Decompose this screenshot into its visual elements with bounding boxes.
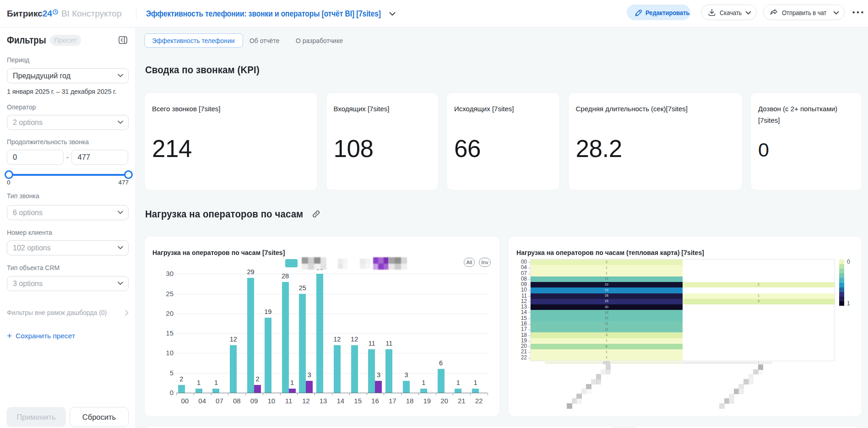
bar-series1 xyxy=(265,318,271,393)
y-axis-label: 20 xyxy=(148,309,174,317)
client-number-select[interactable]: 102 options xyxy=(7,240,129,255)
chevron-down-icon xyxy=(118,120,123,124)
censored-axis-label-mosaic xyxy=(567,403,572,409)
chevron-down-icon xyxy=(833,11,839,15)
heatmap-scale-step xyxy=(839,297,844,302)
duration-max-input[interactable]: 477 xyxy=(71,150,128,165)
bar-value-label: 3 xyxy=(377,371,380,379)
tab-about-developer[interactable]: О разработчике xyxy=(290,33,353,48)
kpi-card-value: 108 xyxy=(334,136,374,161)
edit-button[interactable]: Редактировать xyxy=(627,5,690,20)
crm-type-label: Тип объекта CRM xyxy=(7,265,128,271)
bar-series1 xyxy=(368,349,375,393)
collapse-sidebar-button[interactable] xyxy=(119,36,127,44)
operator-label: Оператор xyxy=(7,104,128,110)
duration-label: Продолжительность звонка xyxy=(7,139,128,145)
next-row-card-peek xyxy=(144,426,616,428)
reset-button[interactable]: Сбросить xyxy=(70,407,129,427)
heatmap-row-label: 22 xyxy=(511,354,527,361)
heatmap-scale-step xyxy=(839,260,844,265)
x-axis-tick xyxy=(332,393,332,395)
apply-button[interactable]: Применить xyxy=(6,407,66,427)
bar-value-label: 1 xyxy=(197,379,201,386)
kpi-card-value: 214 xyxy=(152,136,192,161)
send-to-chat-button[interactable]: Отправить в чат xyxy=(763,5,845,20)
bar-value-label: 12 xyxy=(333,336,341,343)
censored-text-mosaic xyxy=(373,257,389,270)
bar-series2 xyxy=(375,381,382,393)
censored-axis-label-mosaic xyxy=(576,398,582,404)
bar-value-label: 12 xyxy=(230,336,237,343)
bar-value-label: 12 xyxy=(351,336,358,343)
heatmap-cell-value: 11 xyxy=(605,328,608,331)
x-axis-tick xyxy=(194,393,194,395)
clock-icon xyxy=(53,8,58,16)
save-preset-label: Сохранить пресет xyxy=(16,332,75,340)
heatmap-scale-step xyxy=(839,264,844,269)
plus-icon: + xyxy=(7,331,12,341)
grid-line xyxy=(176,294,488,294)
heatmap-cell-value: 28 xyxy=(605,294,608,297)
bar-series1 xyxy=(385,349,392,393)
preset-badge: Пресет xyxy=(50,35,81,46)
edit-button-label: Редактировать xyxy=(646,9,689,16)
crm-type-select[interactable]: 3 options xyxy=(7,276,129,291)
header-divider xyxy=(136,8,136,20)
slider-handle-max[interactable] xyxy=(124,170,133,179)
heatmap-cell-value: 3 xyxy=(758,299,760,303)
kpi-card-avg-duration: Средняя длительность (сек)[7sites] 28.2 xyxy=(568,92,743,190)
legend-button-inv[interactable]: Inv xyxy=(479,258,491,267)
bar-chart-title: Нагрузка на операторов по часам [7sites] xyxy=(152,249,285,257)
filters-outside-dashboard[interactable]: Фильтры вне рамок дашборда (0) xyxy=(7,309,129,316)
heatmap-cell-value: 12 xyxy=(605,277,608,280)
heatmap-cell-value: 1 xyxy=(606,271,608,275)
censored-text-mosaic xyxy=(338,259,347,269)
duration-slider[interactable] xyxy=(7,170,129,179)
call-type-select[interactable]: 6 options xyxy=(7,205,129,220)
tab-about-report[interactable]: Об отчёте xyxy=(244,33,289,48)
slider-handle-min[interactable] xyxy=(5,170,13,179)
x-axis-tick xyxy=(470,393,471,395)
bar-value-label: 3 xyxy=(308,371,311,379)
bar-series1 xyxy=(178,385,185,393)
x-axis-tick xyxy=(436,393,436,395)
censored-axis-label-mosaic xyxy=(596,379,602,385)
save-preset-link[interactable]: + Сохранить пресет xyxy=(7,331,128,341)
report-title-menu[interactable]: Эффективность телефонии: звонки и операт… xyxy=(146,0,422,27)
app-logo: Битрикс24 BI Конструктор xyxy=(7,9,121,19)
duration-min-input[interactable]: 0 xyxy=(7,150,64,165)
slider-min-label: 0 xyxy=(7,179,11,186)
more-menu-button[interactable] xyxy=(850,5,866,20)
bar-value-label: 25 xyxy=(299,284,306,292)
kpi-card-redial: Дозвон (с 2+ попытками)[7sites] 0 xyxy=(750,92,862,190)
heatmap-scale-step xyxy=(839,278,844,283)
load-section-title: Нагрузка на операторов по часам xyxy=(145,208,303,221)
header-actions: Редактировать Скачать Отправить в чат xyxy=(627,5,866,20)
slider-max-label: 477 xyxy=(118,179,129,186)
period-select[interactable]: Предыдущий год xyxy=(7,68,129,83)
censored-axis-label-mosaic xyxy=(576,394,582,399)
censored-axis-label-mosaic xyxy=(586,384,591,390)
censored-axis-label-mosaic xyxy=(758,369,764,375)
legend-button-all[interactable]: All xyxy=(464,258,475,267)
x-axis-tick xyxy=(228,393,228,395)
download-button[interactable]: Скачать xyxy=(701,5,757,20)
x-axis-label: 09 xyxy=(250,397,258,405)
heatmap-scale-step xyxy=(839,301,844,306)
operator-select[interactable]: 2 options xyxy=(7,115,129,130)
heatmap-cell-value: 29 xyxy=(605,283,608,286)
heatmap-cell-value: 1 xyxy=(758,294,760,297)
bar-series1 xyxy=(334,345,341,393)
bar-value-label: 1 xyxy=(214,379,218,386)
link-icon xyxy=(312,210,320,218)
censored-axis-label-mosaic xyxy=(729,394,734,399)
x-axis-label: 04 xyxy=(198,397,206,405)
bar-series1 xyxy=(472,389,479,393)
heatmap-cell-value: 3 xyxy=(606,333,608,336)
tab-telephony-efficiency[interactable]: Эффективность телефонии xyxy=(144,33,243,48)
x-axis-label: 08 xyxy=(233,397,241,405)
chevron-down-icon xyxy=(118,211,123,214)
censored-axis-label-mosaic xyxy=(719,403,725,409)
censored-axis-label-mosaic xyxy=(606,369,611,375)
kpi-section-title: Сводка по звонкам (KPI) xyxy=(145,64,260,76)
